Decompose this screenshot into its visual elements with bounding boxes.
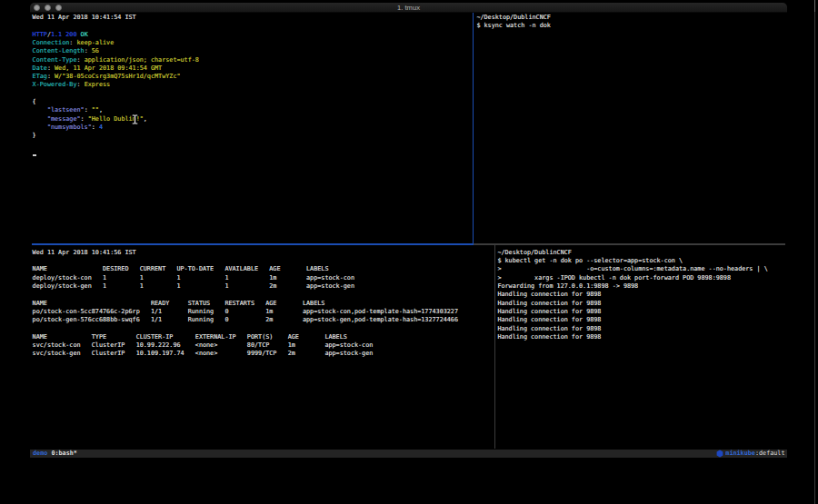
pane-border-horizontal[interactable] (474, 243, 785, 244)
terminal-line: ~/Desktop/DublinCNCF (476, 14, 550, 22)
kube-context: minikube (725, 450, 755, 459)
terminal-line: HTTP/1.1 200 OK (33, 31, 199, 39)
terminal-line: Forwarding from 127.0.0.1:9898 -> 9898 (497, 282, 767, 291)
terminal-line: "lastseen": "", (33, 106, 199, 114)
pane-port-forward[interactable]: ~/Desktop/DublinCNCF$ kubectl get -n dok… (497, 249, 767, 341)
terminal-line (33, 22, 199, 30)
pane-border-top-vertical[interactable] (473, 13, 474, 245)
kubernetes-hexagon-icon (716, 450, 723, 458)
terminal-window: 1. tmux Wed 11 Apr 2018 10:41:54 ISTHTTP… (30, 3, 787, 460)
terminal-line: } (33, 132, 199, 140)
terminal-line: Handling connection for 9898 (497, 316, 767, 324)
tmux-status-bar: demo 0:bash* minikube :default (30, 450, 787, 459)
terminal-line: po/stock-gen-576cc688bb-swqf6 1/1 Runnin… (33, 316, 458, 324)
pane-http-response[interactable]: Wed 11 Apr 2018 10:41:54 ISTHTTP/1.1 200… (33, 14, 199, 140)
session-name: demo (33, 450, 47, 459)
terminal-line: "message": "Hello Dublin!", (33, 115, 199, 124)
terminal-line (33, 291, 458, 299)
terminal-line: Connection: keep-alive (33, 39, 199, 47)
terminal-line: > xargs -IPOD kubectl -n dok port-forwar… (497, 274, 767, 282)
terminal-line (33, 325, 458, 333)
active-window-label[interactable]: 0:bash* (51, 450, 77, 459)
screen-edge-artifact (814, 0, 815, 504)
terminal-line: NAME DESIRED CURRENT UP-TO-DATE AVAILABL… (33, 265, 458, 273)
terminal-line: X-Powered-By: Express (33, 81, 199, 89)
window-titlebar[interactable]: 1. tmux (30, 3, 787, 13)
terminal-cursor (33, 154, 36, 156)
terminal-line: Handling connection for 9898 (497, 291, 767, 299)
terminal-line (33, 90, 199, 98)
terminal-line: po/stock-con-5cc874766c-2p6rp 1/1 Runnin… (33, 308, 458, 316)
terminal-line: Content-Length: 56 (33, 47, 199, 55)
terminal-line: deploy/stock-gen 1 1 1 1 2m app=stock-ge… (33, 282, 458, 291)
window-title: 1. tmux (30, 4, 787, 13)
desktop: 1. tmux Wed 11 Apr 2018 10:41:54 ISTHTTP… (0, 0, 818, 504)
terminal-line: Wed 11 Apr 2018 10:41:56 IST (33, 249, 458, 257)
terminal-line: NAME READY STATUS RESTARTS AGE LABELS (33, 300, 458, 308)
terminal-line: Wed 11 Apr 2018 10:41:54 IST (33, 14, 199, 22)
terminal-line: Date: Wed, 11 Apr 2018 09:41:54 GMT (33, 64, 199, 73)
terminal-line: ~/Desktop/DublinCNCF (497, 249, 767, 257)
terminal-line: Handling connection for 9898 (497, 325, 767, 333)
terminal-line: deploy/stock-con 1 1 1 1 1m app=stock-co… (33, 274, 458, 282)
terminal-line: > -o=custom-columns=:metadata.name --no-… (497, 265, 767, 273)
terminal-line: Content-Type: application/json; charset=… (33, 56, 199, 64)
pane-ksync[interactable]: ~/Desktop/DublinCNCF$ ksync watch -n dok (476, 14, 550, 31)
terminal-line: "numsymbols": 4 (33, 124, 199, 132)
ibeam-mouse-pointer (132, 114, 138, 124)
terminal-line: NAME TYPE CLUSTER-IP EXTERNAL-IP PORT(S)… (33, 333, 458, 341)
kube-namespace: :default (755, 450, 785, 459)
terminal-line: Handling connection for 9898 (497, 308, 767, 316)
terminal-line: svc/stock-gen ClusterIP 10.109.197.74 <n… (33, 350, 458, 358)
status-left: demo 0:bash* (33, 450, 77, 459)
terminal-line: { (33, 98, 199, 106)
pane-border-bottom-vertical[interactable] (494, 245, 495, 450)
tmux-terminal[interactable]: Wed 11 Apr 2018 10:41:54 ISTHTTP/1.1 200… (30, 13, 787, 450)
terminal-line: Handling connection for 9898 (497, 333, 767, 341)
status-right: minikube :default (716, 450, 785, 459)
screen-edge-artifact-top (814, 0, 816, 12)
terminal-line: $ ksync watch -n dok (476, 22, 550, 30)
terminal-line: Handling connection for 9898 (497, 300, 767, 308)
pane-kubectl-get[interactable]: Wed 11 Apr 2018 10:41:56 ISTNAME DESIRED… (33, 249, 458, 359)
pane-border-horizontal-active[interactable] (32, 243, 473, 245)
